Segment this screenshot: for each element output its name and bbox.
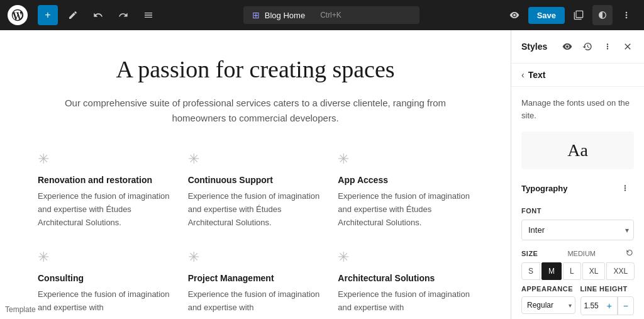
- url-bar[interactable]: ⊞ Blog Home Ctrl+K: [243, 6, 419, 24]
- size-xl-button[interactable]: XL: [582, 262, 606, 280]
- feature-icon-2: ✳: [338, 151, 473, 167]
- size-label-row: SIZE MEDIUM: [521, 248, 634, 259]
- font-select[interactable]: Inter: [521, 220, 634, 240]
- feature-item-5: ✳ Architectural Solutions Experience the…: [338, 249, 473, 315]
- feature-title-3: Consulting: [38, 273, 173, 283]
- feature-item-0: ✳ Renovation and restoration Experience …: [38, 151, 173, 229]
- panel-back-label: Text: [528, 70, 546, 80]
- page-subtitle: Our comprehensive suite of professional …: [38, 96, 473, 126]
- styles-panel: Styles ‹ Text Manage the fonts used on t…: [511, 30, 644, 319]
- dark-mode-button[interactable]: [592, 5, 613, 25]
- appearance-label: APPEARANCE: [521, 285, 575, 293]
- pen-tool-button[interactable]: [63, 5, 83, 25]
- panel-header: Styles: [511, 30, 644, 64]
- styles-more-button[interactable]: [599, 38, 616, 55]
- feature-desc-4: Experience the fusion of imagination and…: [188, 288, 323, 315]
- feature-icon-5: ✳: [338, 249, 473, 266]
- styles-eye-button[interactable]: [558, 38, 576, 55]
- typography-more-button[interactable]: [616, 179, 634, 197]
- template-icon: ⊞: [252, 10, 260, 20]
- font-preview: Aa: [521, 132, 634, 169]
- feature-icon-0: ✳: [38, 151, 173, 167]
- feature-title-5: Architectural Solutions: [338, 273, 473, 283]
- lineheight-decrease-button[interactable]: −: [618, 297, 633, 315]
- feature-item-2: ✳ App Access Experience the fusion of im…: [338, 151, 473, 229]
- canvas-inner: A passion for creating spaces Our compre…: [38, 55, 473, 315]
- feature-desc-3: Experience the fusion of imagination and…: [38, 288, 173, 315]
- size-xxl-button[interactable]: XXL: [606, 262, 635, 280]
- size-current: MEDIUM: [567, 250, 596, 257]
- redo-button[interactable]: [113, 5, 133, 25]
- toolbar: + ⊞ Blog Home Ctrl+K Save: [0, 0, 644, 30]
- panel-body: Manage the fonts used on the site. Aa Ty…: [511, 87, 644, 319]
- save-button[interactable]: Save: [528, 7, 565, 24]
- add-block-button[interactable]: +: [38, 5, 58, 25]
- back-arrow-icon: ‹: [521, 70, 525, 80]
- features-grid: ✳ Renovation and restoration Experience …: [38, 151, 473, 315]
- font-select-wrapper: Inter ▾: [521, 220, 634, 240]
- size-reset-button[interactable]: [625, 248, 634, 259]
- feature-title-0: Renovation and restoration: [38, 175, 173, 185]
- toolbar-right: Save: [504, 5, 636, 25]
- feature-item-1: ✳ Continuous Support Experience the fusi…: [188, 151, 323, 229]
- styles-history-button[interactable]: [579, 38, 596, 55]
- lineheight-col: LINE HEIGHT 1.55 + −: [580, 285, 635, 315]
- feature-item-3: ✳ Consulting Experience the fusion of im…: [38, 249, 173, 315]
- feature-icon-3: ✳: [38, 249, 173, 266]
- menu-button[interactable]: [138, 5, 158, 25]
- main-area: A passion for creating spaces Our compre…: [0, 30, 644, 319]
- page-title: A passion for creating spaces: [38, 55, 473, 83]
- appearance-select-wrapper: Regular ▾: [521, 296, 575, 314]
- feature-desc-1: Experience the fusion of imagination and…: [188, 190, 323, 229]
- lineheight-increase-button[interactable]: +: [602, 297, 618, 315]
- size-m-button[interactable]: M: [541, 262, 562, 280]
- appearance-select[interactable]: Regular: [521, 296, 575, 314]
- feature-desc-0: Experience the fusion of imagination and…: [38, 190, 173, 229]
- feature-icon-1: ✳: [188, 151, 323, 167]
- feature-item-4: ✳ Project Management Experience the fusi…: [188, 249, 323, 315]
- lineheight-value: 1.55: [581, 298, 602, 314]
- appearance-col: APPEARANCE Regular ▾: [521, 285, 575, 315]
- panel-description: Manage the fonts used on the site.: [521, 97, 634, 121]
- panel-back[interactable]: ‹ Text: [511, 64, 644, 87]
- feature-desc-2: Experience the fusion of imagination and…: [338, 190, 473, 229]
- font-label: FONT: [521, 207, 634, 215]
- more-options-button[interactable]: [616, 5, 636, 25]
- settings-panel-button[interactable]: [569, 5, 589, 25]
- url-bar-container: ⊞ Blog Home Ctrl+K: [164, 6, 499, 24]
- url-display: Blog Home: [265, 11, 305, 20]
- size-label: SIZE: [521, 250, 538, 257]
- feature-title-2: App Access: [338, 175, 473, 185]
- size-l-button[interactable]: L: [563, 262, 581, 280]
- panel-title: Styles: [521, 42, 556, 52]
- typography-header: Typography: [521, 179, 634, 197]
- size-s-button[interactable]: S: [521, 262, 540, 280]
- feature-title-4: Project Management: [188, 273, 323, 283]
- preview-button[interactable]: [504, 5, 525, 25]
- feature-icon-4: ✳: [188, 249, 323, 266]
- wp-logo[interactable]: [8, 5, 28, 25]
- undo-button[interactable]: [88, 5, 108, 25]
- lineheight-label: LINE HEIGHT: [580, 285, 635, 293]
- template-label: Template: [5, 305, 36, 314]
- lineheight-control: 1.55 + −: [580, 296, 635, 315]
- styles-close-button[interactable]: [619, 38, 636, 55]
- canvas: A passion for creating spaces Our compre…: [0, 30, 511, 319]
- typography-title: Typography: [521, 184, 567, 193]
- url-shortcut: Ctrl+K: [320, 11, 341, 20]
- appearance-row: APPEARANCE Regular ▾ LINE HEIGHT 1.55 + …: [521, 285, 634, 315]
- feature-title-1: Continuous Support: [188, 175, 323, 185]
- feature-desc-5: Experience the fusion of imagination and…: [338, 288, 473, 315]
- size-buttons: S M L XL XXL: [521, 262, 634, 280]
